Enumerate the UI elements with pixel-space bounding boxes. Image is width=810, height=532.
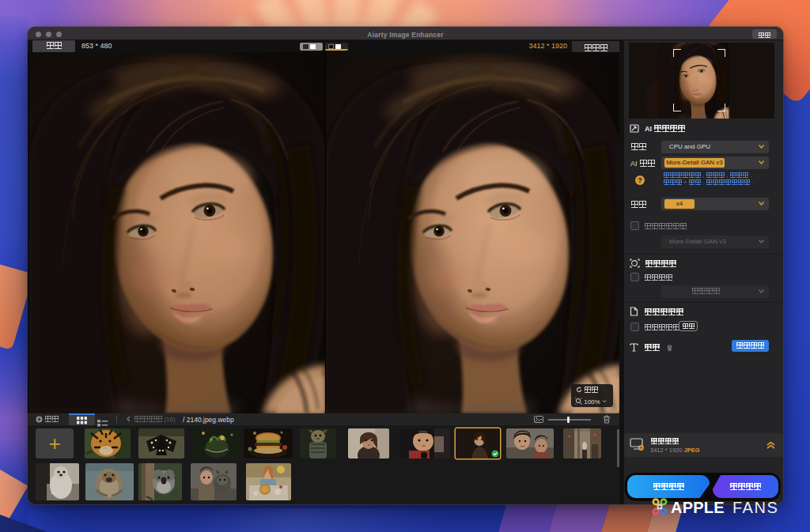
svg-text:FANS: FANS — [732, 499, 778, 516]
svg-text:APPLE: APPLE — [671, 499, 725, 516]
